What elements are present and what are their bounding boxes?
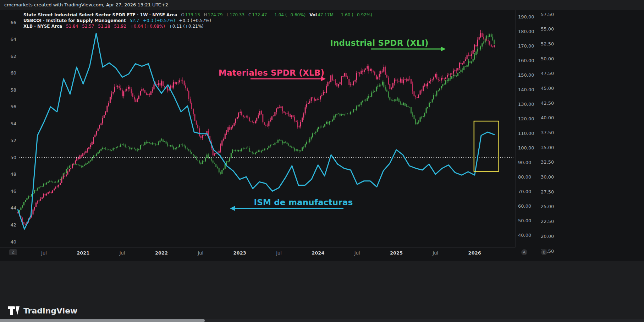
price-scale-a-button[interactable]: A bbox=[521, 249, 527, 255]
candle-body bbox=[367, 66, 368, 69]
candle-body bbox=[455, 70, 456, 71]
legend-row-xli[interactable]: State Street Industrial Select Sector SP… bbox=[23, 12, 372, 18]
candle-body bbox=[444, 84, 445, 84]
price-scale-b-button[interactable]: B bbox=[541, 249, 547, 255]
candle-body bbox=[279, 140, 280, 140]
candle-body bbox=[270, 145, 271, 146]
right-inner-axis-label: 180.00 bbox=[518, 29, 534, 34]
candle-body bbox=[481, 33, 483, 37]
candle-body bbox=[29, 196, 31, 197]
candle-body bbox=[367, 98, 368, 101]
time-axis-label: 2025 bbox=[390, 250, 403, 256]
candle-body bbox=[264, 149, 265, 150]
candle-body bbox=[340, 114, 341, 115]
candle-body bbox=[197, 125, 198, 128]
candle-body bbox=[105, 112, 106, 115]
candle-body bbox=[395, 80, 396, 81]
candle-body bbox=[392, 100, 393, 101]
bottom-scrollbar-thumb[interactable] bbox=[0, 319, 205, 322]
candle-body bbox=[309, 101, 310, 103]
candle-body bbox=[255, 153, 256, 154]
candle-body bbox=[267, 126, 268, 126]
candle-body bbox=[320, 96, 321, 99]
candle-body bbox=[191, 152, 192, 154]
candle-body bbox=[274, 143, 275, 144]
candle-body bbox=[430, 80, 431, 81]
candle-body bbox=[279, 107, 280, 108]
candle-body bbox=[324, 124, 325, 127]
candle-body bbox=[457, 73, 458, 76]
candle-body bbox=[122, 144, 123, 144]
candle-body bbox=[265, 125, 266, 126]
candle-body bbox=[233, 150, 235, 151]
chart-canvas[interactable]: 6664626058565452504846444240190.00180.00… bbox=[0, 10, 644, 261]
candle-body bbox=[129, 87, 130, 89]
candle-body bbox=[336, 114, 337, 115]
candle-body bbox=[267, 148, 268, 149]
candle-body bbox=[468, 61, 469, 65]
candle-body bbox=[299, 126, 300, 127]
candle-body bbox=[99, 151, 100, 152]
candle-body bbox=[341, 77, 342, 82]
candle-body bbox=[219, 168, 220, 173]
candle-body bbox=[64, 173, 65, 173]
legend-row-xlb[interactable]: XLB · NYSE Arca 51.84 52.57 51.28 51.92 … bbox=[23, 23, 372, 29]
candle-body bbox=[379, 74, 380, 77]
candle-body bbox=[23, 202, 24, 206]
time-axis-label: Jul bbox=[119, 250, 125, 256]
candle-body bbox=[273, 116, 274, 116]
candle-body bbox=[147, 94, 148, 95]
candle-body bbox=[220, 146, 221, 151]
candle-body bbox=[397, 81, 398, 81]
right-outer-axis-label: 55.00 bbox=[541, 26, 554, 32]
candle-body bbox=[477, 40, 478, 47]
time-axis-label: Jul bbox=[354, 250, 360, 256]
candle-body bbox=[368, 66, 369, 71]
candle-body bbox=[294, 117, 295, 121]
timezone-button[interactable]: Z bbox=[9, 249, 17, 255]
candle-body bbox=[409, 107, 410, 107]
candle-body bbox=[455, 75, 456, 76]
candle-body bbox=[207, 154, 208, 158]
candle-body bbox=[96, 154, 97, 156]
candle-body bbox=[312, 97, 313, 98]
candle-body bbox=[302, 147, 303, 151]
candle-body bbox=[291, 147, 292, 148]
candle-body bbox=[146, 93, 147, 95]
ohlc-close-label: C bbox=[248, 12, 251, 17]
right-outer-axis-label: 45.00 bbox=[541, 86, 554, 91]
candle-body bbox=[365, 101, 366, 101]
candle-body bbox=[152, 143, 153, 144]
candle-body bbox=[253, 153, 254, 154]
candle-body bbox=[37, 189, 38, 190]
candle-body bbox=[404, 79, 406, 80]
candle-body bbox=[215, 153, 216, 154]
candle-body bbox=[389, 84, 390, 89]
candle-body bbox=[193, 109, 194, 114]
candle-body bbox=[492, 37, 493, 40]
candle-body bbox=[175, 82, 176, 84]
candle-body bbox=[415, 119, 416, 124]
candle-body bbox=[140, 91, 141, 95]
ohlc-open-label: O bbox=[181, 12, 184, 17]
candle-body bbox=[439, 88, 440, 90]
candle-body bbox=[229, 158, 230, 161]
candle-body bbox=[435, 74, 436, 77]
candle-body bbox=[456, 70, 457, 71]
legend: State Street Industrial Select Sector SP… bbox=[23, 12, 372, 29]
ohlc-high-value: 174.79 bbox=[208, 12, 223, 17]
candle-body bbox=[287, 113, 288, 114]
candle-body bbox=[57, 186, 58, 187]
candle-body bbox=[184, 81, 185, 86]
candle-body bbox=[40, 187, 41, 187]
candle-body bbox=[259, 111, 260, 115]
candle-body bbox=[238, 150, 239, 151]
legend-row-usbcoi[interactable]: USBCOI · Institute for Supply Management… bbox=[23, 18, 372, 23]
candle-body bbox=[483, 37, 484, 39]
candle-body bbox=[184, 146, 185, 146]
candle-body bbox=[141, 145, 142, 145]
candle-body bbox=[489, 41, 490, 44]
candle-body bbox=[370, 96, 371, 97]
tradingview-logo[interactable]: TradingView bbox=[8, 303, 77, 318]
candle-body bbox=[380, 71, 381, 74]
